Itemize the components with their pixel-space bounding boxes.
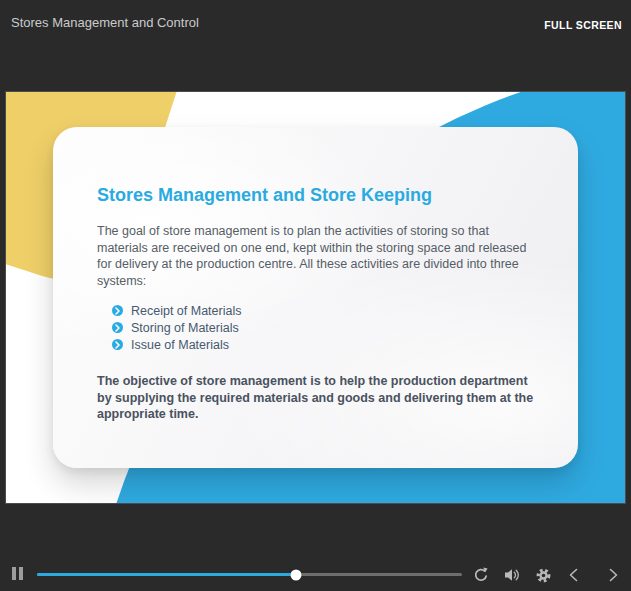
pause-icon <box>12 567 16 580</box>
previous-button[interactable] <box>563 564 585 586</box>
slide-paragraph-1: The goal of store management is to plan … <box>97 223 534 289</box>
fullscreen-button[interactable]: FULL SCREEN <box>538 18 628 32</box>
chevron-right-icon <box>606 567 620 583</box>
list-item: Storing of Materials <box>112 319 534 336</box>
slide-title: Stores Management and Store Keeping <box>97 184 534 206</box>
course-title: Stores Management and Control <box>11 15 199 30</box>
replay-button[interactable] <box>470 564 492 586</box>
list-item: Receipt of Materials <box>112 302 534 319</box>
seekbar[interactable] <box>37 573 462 576</box>
settings-button[interactable] <box>532 564 554 586</box>
bullet-label: Storing of Materials <box>131 321 239 335</box>
gear-icon <box>535 567 552 584</box>
player-header: Stores Management and Control FULL SCREE… <box>0 0 631 45</box>
list-item: Issue of Materials <box>112 336 534 353</box>
chevron-left-icon <box>567 567 581 583</box>
player-icon-group <box>470 564 624 586</box>
seekbar-progress <box>37 573 296 576</box>
chevron-bullet-icon <box>112 322 123 333</box>
bullet-list: Receipt of Materials Storing of Material… <box>97 302 534 353</box>
chevron-bullet-icon <box>112 305 123 316</box>
slide-stage: Stores Management and Store Keeping The … <box>6 92 625 503</box>
pause-icon <box>19 567 23 580</box>
chevron-bullet-icon <box>112 339 123 350</box>
volume-icon <box>504 567 520 583</box>
pause-button[interactable] <box>12 567 25 581</box>
volume-button[interactable] <box>501 564 523 586</box>
slide-paragraph-2: The objective of store management is to … <box>97 373 534 423</box>
bullet-label: Issue of Materials <box>131 338 229 352</box>
player-controls <box>0 551 631 591</box>
bullet-label: Receipt of Materials <box>131 304 241 318</box>
next-button[interactable] <box>602 564 624 586</box>
replay-icon <box>473 567 489 583</box>
seekbar-handle[interactable] <box>291 569 302 580</box>
content-card: Stores Management and Store Keeping The … <box>53 127 578 468</box>
